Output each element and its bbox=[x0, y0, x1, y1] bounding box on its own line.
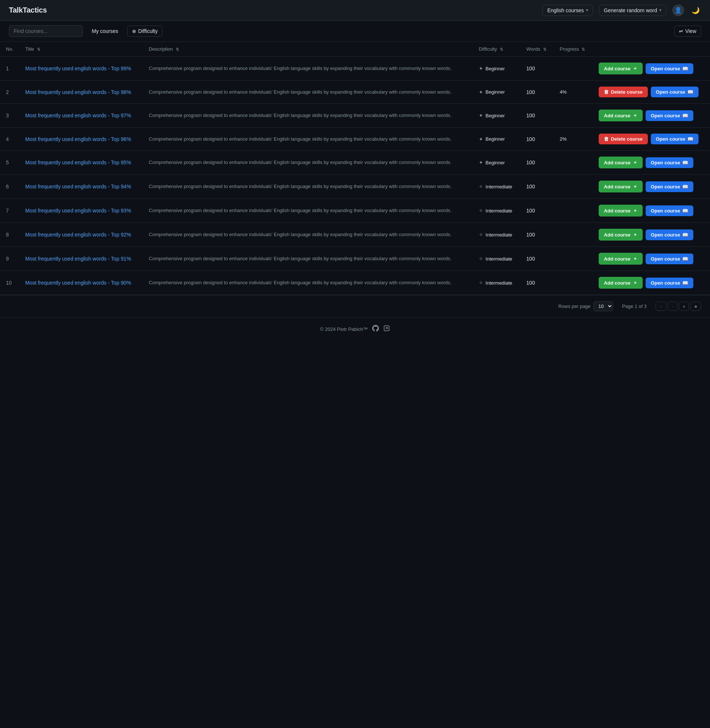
course-title-cell: Most frequently used english words - Top… bbox=[19, 128, 143, 151]
table-row: 8 Most frequently used english words - T… bbox=[0, 223, 710, 247]
course-title[interactable]: Most frequently used english words - Top… bbox=[25, 183, 131, 189]
header-right: English courses ▾ Generate random word ▾… bbox=[543, 4, 701, 16]
sort-icon: ⇅ bbox=[582, 47, 585, 51]
my-courses-button[interactable]: My courses bbox=[87, 25, 123, 37]
course-title[interactable]: Most frequently used english words - Top… bbox=[25, 136, 131, 142]
open-course-button[interactable]: Open course 📖 bbox=[645, 63, 693, 74]
course-title[interactable]: Most frequently used english words - Top… bbox=[25, 256, 131, 262]
generate-random-word-dropdown[interactable]: Generate random word ▾ bbox=[599, 5, 666, 16]
add-course-button[interactable]: Add course ＋ bbox=[599, 110, 643, 121]
open-course-button[interactable]: Open course 📖 bbox=[645, 181, 693, 192]
course-description-cell: Comprehensive program designed to enhanc… bbox=[143, 223, 473, 247]
difficulty-icon: ✦ bbox=[479, 89, 483, 95]
course-title[interactable]: Most frequently used english words - Top… bbox=[25, 232, 131, 238]
course-actions-cell: Add course ＋ Open course 📖 bbox=[593, 57, 710, 81]
avatar[interactable]: 👤 bbox=[672, 4, 684, 16]
plus-icon: ＋ bbox=[633, 255, 638, 262]
open-course-button[interactable]: Open course 📖 bbox=[651, 87, 698, 97]
course-description: Comprehensive program designed to enhanc… bbox=[149, 183, 451, 189]
add-course-button[interactable]: Add course ＋ bbox=[599, 229, 643, 241]
page-info: Page 1 of 3 bbox=[622, 304, 647, 309]
difficulty-value: Beginner bbox=[486, 89, 505, 95]
toolbar-left: My courses ⊕ Difficulty bbox=[9, 25, 163, 37]
difficulty-icon: ✦ bbox=[479, 160, 483, 166]
course-title[interactable]: Most frequently used english words - Top… bbox=[25, 208, 131, 214]
github-icon[interactable] bbox=[372, 325, 379, 333]
table-row: 10 Most frequently used english words - … bbox=[0, 271, 710, 295]
table-row: 2 Most frequently used english words - T… bbox=[0, 81, 710, 104]
col-progress[interactable]: Progress ⇅ bbox=[554, 42, 593, 57]
open-course-button[interactable]: Open course 📖 bbox=[651, 134, 698, 144]
add-course-button[interactable]: Add course ＋ bbox=[599, 253, 643, 265]
course-progress-cell: 4% bbox=[554, 81, 593, 104]
sliders-icon: ⇌ bbox=[679, 28, 683, 34]
course-description: Comprehensive program designed to enhanc… bbox=[149, 232, 451, 237]
course-title[interactable]: Most frequently used english words - Top… bbox=[25, 113, 131, 119]
chevron-down-icon: ▾ bbox=[586, 8, 588, 13]
col-difficulty[interactable]: Difficulty ⇅ bbox=[473, 42, 520, 57]
difficulty-value: Intermediate bbox=[486, 232, 512, 238]
course-description: Comprehensive program designed to enhanc… bbox=[149, 136, 451, 142]
add-course-button[interactable]: Add course ＋ bbox=[599, 181, 643, 192]
last-page-button[interactable]: » bbox=[690, 302, 701, 311]
add-course-button[interactable]: Add course ＋ bbox=[599, 205, 643, 217]
difficulty-value: Intermediate bbox=[486, 208, 512, 214]
course-difficulty-cell: ✦ Beginner bbox=[473, 104, 520, 128]
book-icon: 📖 bbox=[682, 280, 688, 286]
add-course-button[interactable]: Add course ＋ bbox=[599, 157, 643, 169]
course-description-cell: Comprehensive program designed to enhanc… bbox=[143, 81, 473, 104]
first-page-button[interactable]: « bbox=[656, 302, 666, 311]
open-course-button[interactable]: Open course 📖 bbox=[645, 157, 693, 168]
generate-random-word-label: Generate random word bbox=[604, 7, 657, 13]
course-title[interactable]: Most frequently used english words - Top… bbox=[25, 89, 131, 95]
plus-icon: ＋ bbox=[633, 231, 638, 238]
col-description[interactable]: Description ⇅ bbox=[143, 42, 473, 57]
difficulty-value: Beginner bbox=[486, 160, 505, 166]
external-link-icon[interactable] bbox=[383, 325, 390, 333]
english-courses-dropdown[interactable]: English courses ▾ bbox=[543, 5, 593, 16]
moon-icon: 🌙 bbox=[691, 7, 700, 14]
col-title[interactable]: Title ⇅ bbox=[19, 42, 143, 57]
open-course-button[interactable]: Open course 📖 bbox=[645, 205, 693, 216]
delete-course-button[interactable]: 🗑 Delete course bbox=[599, 134, 647, 144]
course-title[interactable]: Most frequently used english words - Top… bbox=[25, 160, 131, 166]
difficulty-filter-button[interactable]: ⊕ Difficulty bbox=[127, 25, 163, 37]
prev-page-button[interactable]: ‹ bbox=[668, 302, 678, 311]
book-icon: 📖 bbox=[682, 66, 688, 72]
course-description-cell: Comprehensive program designed to enhanc… bbox=[143, 151, 473, 175]
search-input[interactable] bbox=[9, 25, 83, 37]
rows-per-page-label: Rows per page bbox=[558, 304, 591, 309]
col-words[interactable]: Words ⇅ bbox=[521, 42, 554, 57]
next-page-button[interactable]: › bbox=[679, 302, 688, 311]
course-actions-cell: Add course ＋ Open course 📖 bbox=[593, 199, 710, 223]
open-course-button[interactable]: Open course 📖 bbox=[645, 110, 693, 121]
plus-icon: ＋ bbox=[633, 279, 638, 286]
course-difficulty-cell: ✦ Beginner bbox=[473, 128, 520, 151]
course-title[interactable]: Most frequently used english words - Top… bbox=[25, 66, 131, 72]
rows-per-page-control: Rows per page 10 25 50 bbox=[558, 301, 613, 311]
book-icon: 📖 bbox=[682, 232, 688, 238]
app-logo: TalkTactics bbox=[9, 6, 47, 15]
rows-per-page-select[interactable]: 10 25 50 bbox=[593, 301, 613, 311]
delete-course-button[interactable]: 🗑 Delete course bbox=[599, 87, 647, 97]
course-actions-cell: 🗑 Delete course Open course 📖 bbox=[593, 128, 710, 151]
course-progress-cell bbox=[554, 104, 593, 128]
course-actions-cell: Add course ＋ Open course 📖 bbox=[593, 151, 710, 175]
add-course-button[interactable]: Add course ＋ bbox=[599, 63, 643, 74]
course-title-cell: Most frequently used english words - Top… bbox=[19, 247, 143, 271]
course-progress-cell: 2% bbox=[554, 128, 593, 151]
view-button[interactable]: ⇌ View bbox=[674, 25, 701, 37]
dark-mode-toggle[interactable]: 🌙 bbox=[690, 5, 701, 16]
open-course-button[interactable]: Open course 📖 bbox=[645, 229, 693, 240]
row-number: 8 bbox=[0, 223, 19, 247]
filter-icon: ⊕ bbox=[132, 28, 136, 34]
course-difficulty-cell: ✧ Intermediate bbox=[473, 223, 520, 247]
row-number: 3 bbox=[0, 104, 19, 128]
pagination-bar: Rows per page 10 25 50 Page 1 of 3 « ‹ ›… bbox=[0, 295, 710, 317]
open-course-button[interactable]: Open course 📖 bbox=[645, 254, 693, 264]
course-title[interactable]: Most frequently used english words - Top… bbox=[25, 280, 131, 286]
table-row: 3 Most frequently used english words - T… bbox=[0, 104, 710, 128]
add-course-button[interactable]: Add course ＋ bbox=[599, 277, 643, 289]
col-actions bbox=[593, 42, 710, 57]
open-course-button[interactable]: Open course 📖 bbox=[645, 277, 693, 288]
